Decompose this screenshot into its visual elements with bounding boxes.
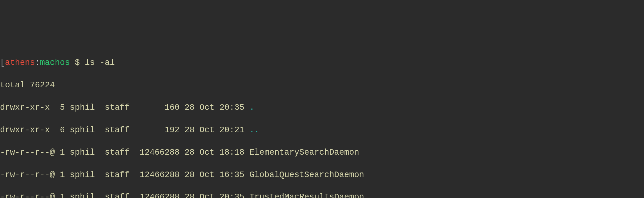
terminal-window[interactable]: [athens:machos $ ls -al total 76224 drwx… bbox=[0, 46, 644, 198]
prompt-dollar: $ bbox=[70, 58, 85, 67]
ls-row: -rw-r--r--@ 1 sphil staff 12466288 28 Oc… bbox=[0, 192, 644, 198]
ls-filename: ElementarySearchDaemon bbox=[249, 148, 359, 157]
ls-perms: -rw-r--r--@ 1 sphil staff 12466288 28 Oc… bbox=[0, 148, 249, 157]
prompt-bracket: [ bbox=[0, 58, 5, 67]
command-ls: ls -al bbox=[85, 58, 115, 67]
ls-row: -rw-r--r--@ 1 sphil staff 12466288 28 Oc… bbox=[0, 147, 644, 158]
ls-perms: drwxr-xr-x 6 sphil staff 192 28 Oct 20:2… bbox=[0, 125, 249, 135]
ls-row: drwxr-xr-x 5 sphil staff 160 28 Oct 20:3… bbox=[0, 102, 644, 113]
ls-total: total 76224 bbox=[0, 80, 644, 91]
prompt-dir: machos bbox=[40, 58, 70, 67]
prompt-colon: : bbox=[35, 58, 40, 67]
ls-filename: GlobalQuestSearchDaemon bbox=[249, 170, 364, 180]
ls-row: drwxr-xr-x 6 sphil staff 192 28 Oct 20:2… bbox=[0, 125, 644, 136]
prompt-line-1: [athens:machos $ ls -al bbox=[0, 57, 644, 68]
ls-filename: .. bbox=[249, 125, 259, 135]
ls-row: -rw-r--r--@ 1 sphil staff 12466288 28 Oc… bbox=[0, 169, 644, 180]
ls-filename: . bbox=[249, 103, 254, 112]
ls-perms: -rw-r--r--@ 1 sphil staff 12466288 28 Oc… bbox=[0, 170, 249, 180]
prompt-host: athens bbox=[5, 58, 35, 67]
ls-perms: drwxr-xr-x 5 sphil staff 160 28 Oct 20:3… bbox=[0, 103, 249, 112]
ls-filename: TrustedMacResultsDaemon bbox=[249, 192, 364, 198]
ls-perms: -rw-r--r--@ 1 sphil staff 12466288 28 Oc… bbox=[0, 192, 249, 198]
